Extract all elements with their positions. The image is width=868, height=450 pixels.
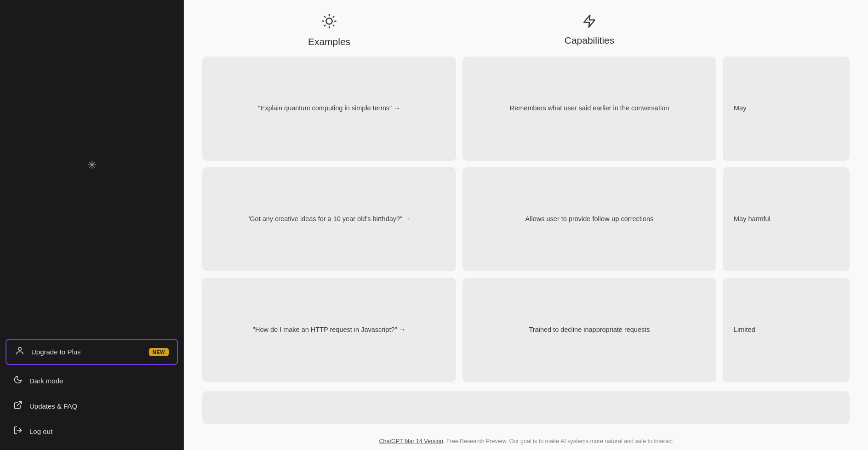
chat-input-container [184, 382, 868, 435]
updates-faq-button[interactable]: Updates & FAQ [4, 394, 180, 418]
moon-icon [13, 375, 23, 387]
upgrade-label: Upgrade to Plus [31, 348, 143, 356]
lightning-icon [582, 14, 597, 30]
svg-line-1 [17, 402, 21, 406]
capabilities-cards-column: Remembers what user said earlier in the … [463, 57, 716, 382]
examples-cards-column: "Explain quantum computing in simple ter… [202, 57, 456, 382]
capability-card-2[interactable]: Allows user to provide follow-up correct… [463, 167, 716, 272]
capability-card-1[interactable]: Remembers what user said earlier in the … [463, 57, 716, 161]
svg-marker-12 [584, 15, 595, 28]
new-badge: NEW [149, 348, 169, 356]
external-link-icon [13, 400, 23, 412]
capability-card-3[interactable]: Trained to decline inappropriate request… [463, 278, 716, 382]
examples-title: Examples [308, 36, 350, 47]
sidebar-top: ✳ [0, 0, 183, 330]
version-link[interactable]: ChatGPT Mar 14 Version [379, 438, 443, 444]
examples-column-header: Examples [202, 14, 456, 47]
svg-line-7 [333, 25, 334, 26]
example-card-2[interactable]: "Got any creative ideas for a 10 year ol… [202, 167, 456, 272]
user-icon [15, 346, 25, 358]
limitations-column-header [723, 14, 850, 47]
example-card-3[interactable]: "How do I make an HTTP request in Javasc… [202, 278, 456, 382]
upgrade-to-plus-button[interactable]: Upgrade to Plus NEW [6, 339, 178, 365]
main-content: Examples Capabilities "Explain quantum c… [184, 0, 868, 450]
logout-icon [13, 426, 23, 437]
updates-faq-label: Updates & FAQ [29, 402, 171, 410]
svg-line-11 [333, 17, 334, 17]
capabilities-column-header: Capabilities [463, 14, 716, 47]
sidebar: ✳ Upgrade to Plus NEW Dark mode [0, 0, 184, 450]
loading-spinner: ✳ [87, 159, 97, 171]
limitation-card-1[interactable]: May [723, 57, 850, 161]
content-area: Examples Capabilities "Explain quantum c… [184, 0, 868, 450]
logout-button[interactable]: Log out [4, 419, 180, 444]
chat-input[interactable] [202, 391, 850, 424]
capabilities-title: Capabilities [565, 35, 615, 46]
limitation-card-2[interactable]: May harmful [723, 167, 850, 272]
sidebar-bottom: Upgrade to Plus NEW Dark mode Updates & … [0, 330, 183, 450]
svg-point-3 [326, 18, 332, 24]
svg-point-0 [18, 347, 22, 351]
footer: ChatGPT Mar 14 Version. Free Research Pr… [370, 435, 682, 450]
dark-mode-button[interactable]: Dark mode [4, 369, 180, 393]
svg-line-6 [325, 17, 326, 17]
svg-line-10 [325, 25, 326, 26]
logout-label: Log out [29, 427, 171, 435]
limitations-cards-column: May May harmful Limited [723, 57, 850, 382]
footer-text: . Free Research Preview. Our goal is to … [443, 438, 673, 444]
dark-mode-label: Dark mode [29, 377, 171, 385]
sun-icon [322, 14, 337, 32]
example-card-1[interactable]: "Explain quantum computing in simple ter… [202, 57, 456, 161]
limitation-card-3[interactable]: Limited [723, 278, 850, 382]
